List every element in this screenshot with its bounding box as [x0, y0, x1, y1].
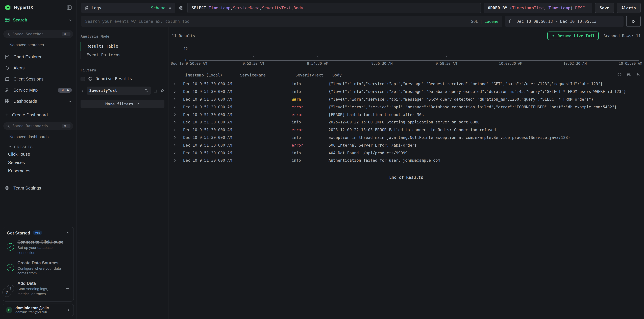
wrap-lines-icon[interactable] [626, 72, 631, 77]
results-table: Timestamp (Local) ⠿ServiceName ⠿Severity… [172, 71, 641, 191]
expand-row-icon[interactable] [172, 105, 180, 109]
create-dashboard-button[interactable]: Create Dashboard [0, 108, 76, 118]
drag-handle-icon[interactable]: ⠿ [236, 73, 238, 77]
user-menu[interactable]: D dominic.tran@clic... dominic.tran@clic… [3, 304, 74, 316]
calendar-icon [509, 19, 514, 23]
table-row[interactable]: Dec 10 9:51:30.000 AM info 2025-12-09 22… [172, 118, 641, 126]
row-body: 500 Internal Server Error: /api/orders [328, 143, 641, 148]
mode-tab-event-patterns[interactable]: Event Patterns [80, 51, 164, 59]
sql-toggle[interactable]: SQL [471, 19, 478, 24]
preset-services[interactable]: Services [0, 158, 76, 167]
sidebar-collapse-icon[interactable] [67, 5, 72, 10]
step-desc: Start sending logs, metrics, or traces [18, 287, 62, 297]
row-severity: info [292, 82, 328, 86]
severity-filter-field[interactable]: SeverityText [86, 86, 151, 95]
table-row[interactable]: Dec 10 9:51:30.000 AM error {"level":"er… [172, 103, 641, 111]
table-header: Timestamp (Local) ⠿ServiceName ⠿Severity… [172, 71, 641, 80]
saved-dashboards-input[interactable] [12, 124, 60, 128]
help-button[interactable]: ? [2, 288, 12, 297]
saved-searches-input[interactable] [12, 32, 60, 36]
drag-handle-icon[interactable]: ⠿ [328, 73, 331, 77]
row-severity: info [292, 135, 328, 140]
col-body[interactable]: Body [332, 73, 342, 77]
sidebar-item-client-sessions[interactable]: Client Sessions [0, 73, 76, 84]
event-search-bar[interactable]: SQL|Lucene [81, 16, 502, 27]
preset-kubernetes[interactable]: Kubernetes [0, 167, 76, 175]
row-timestamp: Dec 10 9:51:30.000 AM [180, 80, 236, 88]
sidebar-item-dashboards[interactable]: Dashboards [0, 96, 76, 107]
get-started-step-add-data[interactable]: 3 Add Data Start sending logs, metrics, … [7, 280, 70, 297]
code-view-icon[interactable] [617, 72, 622, 77]
saved-searches-search[interactable]: ⌘K [3, 30, 73, 38]
table-row[interactable]: Dec 10 9:51:30.000 AM info {"level":"inf… [172, 88, 641, 96]
sidebar-item-service-map[interactable]: Service Map BETA [0, 84, 76, 96]
orderby-clause-input[interactable]: ORDER BY (TimestampTime, Timestamp) DESC [484, 3, 592, 13]
expand-row-icon[interactable] [172, 97, 180, 101]
time-range-picker[interactable]: Dec 10 09:50:13 - Dec 10 10:05:13 [505, 16, 624, 27]
table-row[interactable]: Dec 10 9:51:30.000 AM info 404 Not Found… [172, 149, 641, 157]
orderby-direction: DESC [575, 5, 585, 10]
preset-clickhouse[interactable]: ClickHouse [0, 150, 76, 158]
results-histogram: 12 0 Dec 10 9:50:00 AM [186, 45, 641, 65]
download-icon[interactable] [635, 72, 640, 77]
chart-explorer-label: Chart Explorer [14, 54, 72, 59]
expand-row-icon[interactable] [172, 151, 180, 155]
saved-dashboards-search[interactable]: ⌘K [3, 122, 73, 130]
expand-row-icon[interactable] [172, 159, 180, 162]
expand-row-icon[interactable] [172, 143, 180, 147]
chevron-up-icon[interactable] [68, 18, 72, 22]
alerts-button[interactable]: Alerts [617, 3, 641, 13]
table-row[interactable]: Dec 10 9:51:30.000 AM info Authenticatio… [172, 157, 641, 164]
denoise-results-row: Denoise Results [80, 76, 164, 81]
pin-icon[interactable] [160, 88, 164, 93]
col-severitytext[interactable]: SeverityText [296, 73, 323, 77]
select-clause-input[interactable]: SELECT Timestamp,ServiceName,SeverityTex… [187, 3, 481, 13]
lucene-toggle[interactable]: Lucene [484, 19, 498, 24]
save-button[interactable]: Save [595, 3, 614, 13]
run-query-button[interactable] [626, 16, 641, 27]
sidebar-item-search[interactable]: Search [0, 14, 76, 26]
expand-row-icon[interactable] [172, 120, 180, 124]
col-servicename[interactable]: ServiceName [240, 73, 266, 77]
table-row[interactable]: Dec 10 9:51:30.000 AM error 2025-12-09 2… [172, 126, 641, 134]
sidebar-item-alerts[interactable]: Alerts [0, 62, 76, 73]
row-timestamp: Dec 10 9:51:30.000 AM [180, 103, 236, 111]
get-started-step-connect[interactable]: ✓ Connect to ClickHouse Set up your data… [7, 239, 70, 255]
presets-toggle[interactable]: PRESETS [0, 141, 76, 150]
source-settings-gear-icon[interactable] [178, 5, 184, 10]
bar-chart-icon[interactable] [153, 88, 158, 93]
mode-tab-results-table[interactable]: Results Table [80, 42, 164, 51]
expand-row-icon[interactable] [172, 82, 180, 86]
event-search-input[interactable] [85, 19, 468, 24]
row-body: Authentication failed for user: john@exa… [328, 158, 641, 163]
row-body: {"level":"info","service":"api","message… [328, 89, 641, 94]
row-severity: info [292, 120, 328, 125]
expand-row-icon[interactable] [172, 136, 180, 139]
denoise-checkbox[interactable] [80, 77, 85, 81]
col-timestamp[interactable]: Timestamp (Local) [183, 73, 222, 77]
orderby-field: Timestamp [548, 5, 570, 10]
row-severity: info [292, 158, 328, 163]
chevron-right-icon[interactable] [80, 89, 84, 92]
expand-row-icon[interactable] [172, 90, 180, 93]
alerts-label: Alerts [14, 65, 72, 70]
search-icon[interactable] [144, 88, 148, 93]
sidebar-item-chart-explorer[interactable]: Chart Explorer [0, 51, 76, 62]
table-row[interactable]: Dec 10 9:51:30.000 AM error [ERROR] Lamb… [172, 111, 641, 118]
resume-live-tail-button[interactable]: Resume Live Tail [548, 31, 599, 40]
sidebar: HyperDX Search ⌘K No saved searches [0, 0, 77, 319]
expand-row-icon[interactable] [172, 113, 180, 116]
more-filters-button[interactable]: More filters [80, 100, 164, 108]
table-row[interactable]: Dec 10 9:51:30.000 AM info {"level":"inf… [172, 80, 641, 88]
sidebar-item-team-settings[interactable]: Team Settings [0, 182, 76, 194]
table-row[interactable]: Dec 10 9:51:30.000 AM warn {"level":"war… [172, 95, 641, 103]
chevron-up-icon[interactable] [66, 231, 70, 235]
source-select[interactable]: Logs Schema [81, 3, 175, 13]
expand-row-icon[interactable] [172, 128, 180, 132]
row-severity: error [292, 143, 328, 148]
get-started-step-datasources[interactable]: ✓ Create Data Sources Configure where yo… [7, 260, 70, 276]
table-row[interactable]: Dec 10 9:51:30.000 AM info Exception in … [172, 134, 641, 141]
chevron-up-icon[interactable] [68, 99, 72, 103]
table-row[interactable]: Dec 10 9:51:30.000 AM error 500 Internal… [172, 141, 641, 149]
drag-handle-icon[interactable]: ⠿ [292, 73, 294, 77]
